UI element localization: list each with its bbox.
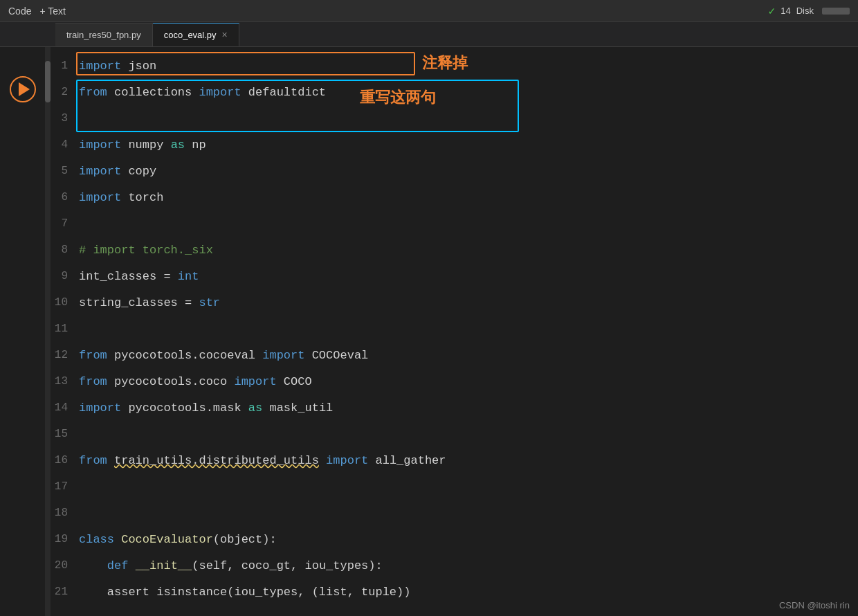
table-row: 10 string_classes = str [54, 289, 858, 316]
keyword: class [79, 533, 114, 546]
table-row: 16 from train_utils.distributed_utils im… [54, 447, 858, 473]
code-text [79, 559, 107, 572]
table-row: 6 import torch [54, 184, 858, 210]
table-row: 13 from pycocotools.coco import COCO [54, 368, 858, 395]
keyword: import [262, 349, 304, 362]
line-content: from collections import defaultdict [79, 86, 326, 99]
line-number: 16 [54, 454, 79, 466]
table-row: 20 def __init__ (self, coco_gt, iou_type… [54, 552, 858, 579]
code-text: string_classes = [79, 296, 199, 309]
code-text: np [185, 138, 206, 152]
line-content: import copy [79, 165, 156, 178]
line-content: from pycocotools.cocoeval import COCOeva… [79, 349, 368, 362]
function-name: __init__ [136, 559, 192, 572]
table-row: 5 import copy [54, 158, 858, 184]
keyword: from [79, 86, 107, 99]
line-number: 20 [54, 559, 79, 572]
keyword: import [79, 191, 121, 204]
top-bar: Code + Text ✓ 14 Disk [0, 0, 858, 22]
line-content: class CocoEvaluator (object): [79, 533, 277, 546]
text-menu[interactable]: + Text [39, 6, 66, 17]
table-row: 4 import numpy as np [54, 132, 858, 158]
line-number: 17 [54, 480, 79, 493]
keyword: def [107, 559, 129, 572]
keyword: import [79, 401, 121, 415]
line-content: import torch [79, 191, 163, 204]
scroll-bar[interactable] [45, 47, 51, 616]
table-row: 8 # import torch._six [54, 237, 858, 263]
disk-label: Disk [796, 6, 814, 16]
code-text: numpy [121, 138, 170, 152]
play-button[interactable] [10, 76, 36, 102]
table-row: 1 import json [54, 53, 858, 79]
code-text: (self, coco_gt, iou_types): [192, 559, 382, 572]
code-text: copy [121, 165, 156, 178]
keyword-as: as [248, 401, 262, 415]
line-content: import json [79, 60, 156, 73]
line-content: int_classes = int [79, 270, 199, 283]
code-menu[interactable]: Code [8, 6, 31, 17]
keyword-as: as [171, 138, 185, 152]
table-row: 7 [54, 210, 858, 237]
keyword: from [79, 454, 107, 467]
code-text [319, 454, 326, 467]
keyword: int [178, 270, 199, 283]
line-number: 12 [54, 349, 79, 361]
module-path: train_utils.distributed_utils [114, 454, 319, 467]
code-text: collections [107, 86, 199, 99]
table-row: 12 from pycocotools.cocoeval import COCO… [54, 342, 858, 368]
tab-close-icon[interactable]: × [222, 29, 228, 40]
code-text: mask_util [262, 401, 333, 415]
table-row: 14 import pycocotools.mask as mask_util [54, 395, 858, 421]
keyword: import [199, 86, 241, 99]
class-name: CocoEvaluator [121, 533, 213, 546]
code-text: torch [121, 191, 163, 204]
keyword: str [199, 296, 220, 309]
keyword: from [79, 375, 107, 388]
keyword: import [326, 454, 368, 467]
watermark: CSDN @itoshi rin [779, 600, 850, 610]
table-row: 9 int_classes = int [54, 263, 858, 289]
editor-area: [3] 注释掉 重写这两句 1 import json 2 from colle… [0, 47, 858, 616]
line-content: string_classes = str [79, 296, 220, 309]
code-text: int_classes = [79, 270, 178, 283]
code-text [128, 559, 135, 572]
table-row: 21 assert isinstance(iou_types, (list, t… [54, 579, 858, 605]
scroll-thumb[interactable] [45, 61, 51, 102]
line-number: 13 [54, 375, 79, 388]
line-content: import numpy as np [79, 138, 206, 152]
line-number: 15 [54, 428, 79, 440]
line-content: import pycocotools.mask as mask_util [79, 401, 333, 415]
comment: # import torch._six [79, 244, 213, 257]
tab-coco-eval[interactable]: coco_eval.py × [153, 23, 239, 46]
line-number: 7 [54, 217, 79, 230]
line-number: 4 [54, 138, 79, 151]
tab-label: coco_eval.py [164, 30, 217, 40]
line-number: 6 [54, 191, 79, 203]
code-text: all_gather [368, 454, 446, 467]
line-content: from train_utils.distributed_utils impor… [79, 454, 446, 467]
line-number: 18 [54, 507, 79, 519]
badge-count: 14 [781, 6, 790, 16]
line-content: def __init__ (self, coco_gt, iou_types): [79, 559, 383, 572]
line-number: 1 [54, 60, 79, 72]
table-row: 11 [54, 316, 858, 342]
code-text: (object): [213, 533, 277, 546]
code-text: assert isinstance(iou_types, (list, tupl… [79, 586, 410, 599]
tab-label: train_res50_fpn.py [66, 30, 141, 40]
line-content: from pycocotools.coco import COCO [79, 375, 312, 388]
line-number: 19 [54, 533, 79, 545]
tab-train-res50[interactable]: train_res50_fpn.py [55, 23, 153, 46]
code-text: COCO [277, 375, 312, 388]
line-number: 11 [54, 323, 79, 335]
table-row: 2 from collections import defaultdict [54, 79, 858, 105]
code-text: pycocotools.coco [107, 375, 235, 388]
table-row: 19 class CocoEvaluator (object): [54, 526, 858, 552]
tab-area: train_res50_fpn.py coco_eval.py × [0, 22, 858, 47]
disk-bar [822, 8, 850, 15]
line-number: 10 [54, 296, 79, 309]
code-container: 1 import json 2 from collections import … [54, 47, 858, 616]
play-arrow-icon [19, 82, 30, 96]
code-text: pycocotools.cocoeval [107, 349, 262, 362]
code-text [107, 454, 114, 467]
